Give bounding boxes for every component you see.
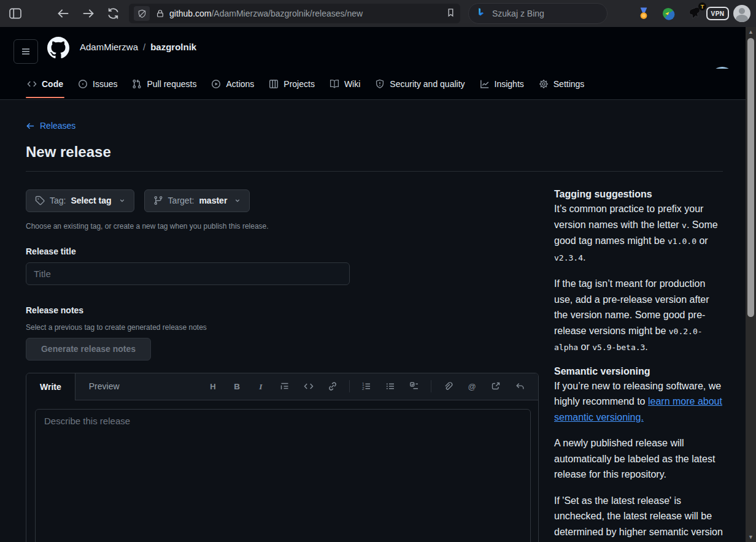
italic-icon[interactable]: I	[251, 376, 271, 396]
issue-opened-icon	[78, 79, 88, 89]
scrollbar-thumb[interactable]	[747, 38, 754, 317]
tab-code[interactable]: Code	[20, 69, 71, 99]
release-title-label: Release title	[26, 246, 539, 256]
tagging-paragraph: It’s common practice to prefix your vers…	[554, 201, 725, 265]
numbered-list-icon[interactable]: 12	[357, 376, 376, 396]
svg-text:I: I	[258, 382, 263, 391]
tab-write[interactable]: Write	[26, 373, 75, 400]
bing-search-box[interactable]: Szukaj z Bing	[468, 3, 608, 24]
release-title-input[interactable]	[26, 262, 350, 285]
git-pull-request-icon	[132, 79, 142, 89]
page-title: New release	[26, 143, 539, 161]
code-icon[interactable]	[299, 376, 318, 396]
git-branch-icon	[153, 196, 163, 205]
release-notes-caption: Select a previous tag to create generate…	[26, 323, 539, 332]
mention-icon[interactable]: @	[462, 376, 482, 396]
breadcrumb: AdamMierzwa / bazgrolnik	[80, 42, 196, 52]
tagging-suggestions-heading: Tagging suggestions	[554, 189, 725, 200]
tab-insights[interactable]: Insights	[472, 69, 531, 99]
tag-caption: Choose an existing tag, or create a new …	[26, 222, 539, 231]
breadcrumb-separator: /	[143, 42, 145, 52]
tracking-shield-icon[interactable]	[134, 6, 150, 21]
book-icon	[330, 79, 339, 89]
cross-reference-icon[interactable]	[486, 376, 506, 396]
url-text: github.com/AdamMierzwa/bazgrolnik/releas…	[169, 9, 446, 18]
tag-select-button[interactable]: Tag: Select tag	[26, 189, 134, 212]
prerelease-paragraph: If the tag isn’t meant for production us…	[554, 276, 725, 356]
heading-icon[interactable]: H	[203, 376, 223, 396]
graph-icon	[480, 79, 490, 89]
generate-release-notes-button[interactable]: Generate release notes	[26, 338, 151, 361]
tab-preview[interactable]: Preview	[75, 373, 133, 400]
browser-toolbar: github.com/AdamMierzwa/bazgrolnik/releas…	[0, 0, 756, 27]
quote-icon[interactable]	[275, 376, 295, 396]
arrow-left-icon	[26, 121, 35, 131]
chevron-down-icon	[234, 197, 241, 204]
idm-extension-icon[interactable]	[662, 7, 675, 20]
repo-nav: Code Issues Pull requests Actions Projec…	[0, 69, 756, 100]
vpn-extension-icon[interactable]: VPN	[706, 7, 729, 20]
github-logo-icon[interactable]	[47, 37, 69, 61]
back-to-releases-link[interactable]: Releases	[26, 121, 75, 131]
breadcrumb-repo[interactable]: bazgrolnik	[150, 42, 196, 52]
set-latest-paragraph: If 'Set as the latest release' is unchec…	[554, 493, 725, 542]
toolbar-divider	[431, 380, 431, 392]
tab-security[interactable]: Security and quality	[368, 69, 472, 99]
scroll-up-icon[interactable]: ▲	[746, 27, 756, 37]
code-icon	[27, 79, 37, 89]
target-branch-button[interactable]: Target: master	[144, 189, 250, 212]
svg-text:B: B	[234, 382, 240, 391]
menu-icon[interactable]	[14, 39, 38, 64]
lock-icon	[156, 9, 164, 18]
release-notes-label: Release notes	[26, 305, 539, 315]
extension-badge: T	[698, 2, 706, 10]
semantic-versioning-heading: Semantic versioning	[554, 366, 725, 377]
breadcrumb-owner[interactable]: AdamMierzwa	[80, 42, 138, 52]
address-bar[interactable]: github.com/AdamMierzwa/bazgrolnik/releas…	[129, 4, 460, 23]
tasklist-icon[interactable]	[404, 376, 424, 396]
bold-icon[interactable]: B	[227, 376, 247, 396]
gear-icon	[539, 79, 549, 89]
back-icon[interactable]	[56, 7, 70, 20]
sidebar-toggle-icon[interactable]	[9, 7, 22, 20]
editor-toolbar: H B I 12 @	[203, 373, 538, 400]
github-header: AdamMierzwa / bazgrolnik	[0, 27, 756, 69]
bing-logo-icon	[476, 7, 486, 20]
release-description-textarea[interactable]	[35, 409, 531, 542]
saved-replies-icon[interactable]	[510, 376, 530, 396]
play-icon	[211, 79, 221, 89]
markdown-editor: Write Preview H B I 12	[26, 373, 539, 542]
divider	[26, 171, 723, 172]
attachment-icon[interactable]	[438, 376, 458, 396]
latest-release-paragraph: A newly published release will automatic…	[554, 435, 725, 483]
page-scrollbar[interactable]: ▲ ▼	[746, 27, 756, 542]
scroll-down-icon[interactable]: ▼	[746, 532, 756, 542]
unordered-list-icon[interactable]	[380, 376, 400, 396]
screen: github.com/AdamMierzwa/bazgrolnik/releas…	[0, 0, 756, 542]
svg-text:2: 2	[362, 386, 364, 391]
tab-issues[interactable]: Issues	[71, 69, 125, 99]
tab-settings[interactable]: Settings	[531, 69, 592, 99]
chevron-down-icon	[119, 197, 125, 204]
profile-avatar[interactable]	[733, 5, 750, 22]
tab-pull-requests[interactable]: Pull requests	[125, 69, 204, 99]
bookmark-icon[interactable]	[446, 8, 455, 20]
svg-text:1: 1	[362, 382, 364, 386]
medal-extension-icon[interactable]	[637, 7, 650, 20]
tab-wiki[interactable]: Wiki	[322, 69, 368, 99]
tab-actions[interactable]: Actions	[204, 69, 261, 99]
table-icon	[269, 79, 279, 89]
tab-projects[interactable]: Projects	[261, 69, 322, 99]
editor-header: Write Preview H B I 12	[26, 373, 538, 400]
semver-paragraph: If you’re new to releasing software, we …	[554, 378, 725, 426]
link-icon[interactable]	[323, 376, 342, 396]
refresh-icon[interactable]	[107, 7, 120, 20]
svg-text:H: H	[210, 382, 215, 391]
shield-icon	[375, 79, 385, 89]
forward-icon[interactable]	[82, 7, 95, 20]
toolbar-divider	[349, 380, 350, 392]
svg-text:@: @	[468, 382, 476, 391]
release-tips-sidebar: Tagging suggestions It’s common practice…	[554, 189, 725, 542]
page-content: Releases New release Tag: Select tag Tar…	[0, 100, 756, 542]
bing-search-placeholder: Szukaj z Bing	[492, 9, 544, 18]
